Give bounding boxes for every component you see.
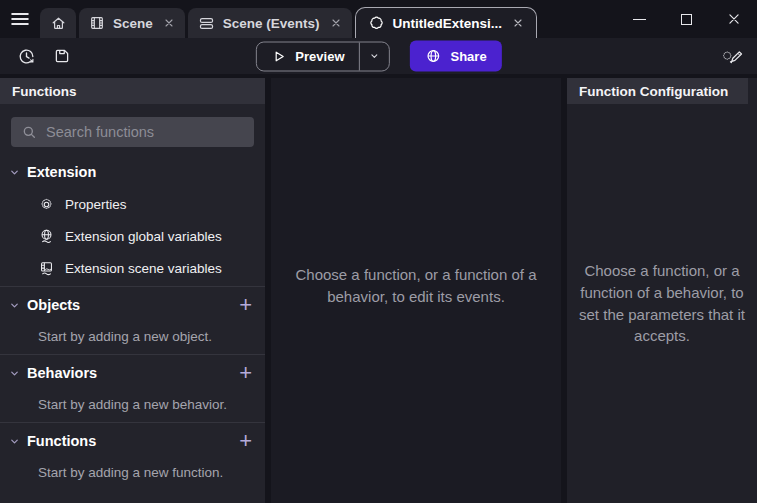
chevron-down-icon[interactable] bbox=[9, 300, 20, 311]
minimize-button[interactable] bbox=[616, 0, 663, 38]
function-configuration-body: Choose a function, or a function of a be… bbox=[567, 104, 757, 503]
extension-icon bbox=[368, 15, 385, 32]
section-label: Objects bbox=[27, 297, 80, 313]
tab-label: Scene bbox=[113, 16, 153, 31]
tab-label: UntitledExtensi... bbox=[393, 16, 503, 31]
search-icon bbox=[21, 124, 37, 140]
function-configuration-title: Function Configuration bbox=[579, 84, 728, 99]
hamburger-menu-icon bbox=[9, 8, 31, 30]
preview-label: Preview bbox=[295, 49, 344, 64]
toolbar: Preview Share bbox=[0, 38, 757, 76]
functions-panel: Functions Extension bbox=[0, 78, 265, 503]
tree-item-label: Extension scene variables bbox=[65, 261, 222, 276]
hint-text: Start by adding a new object. bbox=[38, 329, 212, 344]
chevron-down-icon[interactable] bbox=[9, 368, 20, 379]
events-editor-empty-message: Choose a function, or a function of a be… bbox=[271, 264, 561, 308]
tab-bar: Scene Scene (Events) UntitledExtensi... bbox=[40, 0, 537, 38]
history-icon bbox=[17, 47, 36, 66]
toolbar-left bbox=[12, 42, 76, 70]
preview-button[interactable]: Preview bbox=[255, 41, 389, 71]
tree-item-properties[interactable]: Properties bbox=[0, 188, 265, 220]
window-controls bbox=[616, 0, 757, 38]
history-button[interactable] bbox=[12, 42, 40, 70]
functions-tree: Extension Properties Extension global va… bbox=[0, 156, 265, 488]
save-button[interactable] bbox=[48, 42, 76, 70]
maximize-button[interactable] bbox=[663, 0, 710, 38]
tab-close-icon[interactable] bbox=[330, 17, 342, 29]
toolbar-right bbox=[719, 42, 747, 70]
objects-empty-hint: Start by adding a new object. bbox=[0, 321, 265, 352]
tree-item-label: Extension global variables bbox=[65, 229, 222, 244]
section-functions[interactable]: Functions + bbox=[0, 425, 265, 457]
function-configuration-header: Function Configuration bbox=[567, 78, 748, 104]
tree-item-scene-variables[interactable]: Extension scene variables bbox=[0, 252, 265, 284]
share-button[interactable]: Share bbox=[410, 41, 502, 72]
tab-scene[interactable]: Scene bbox=[79, 8, 185, 38]
tree-item-global-variables[interactable]: Extension global variables bbox=[0, 220, 265, 252]
hint-text: Start by adding a new function. bbox=[38, 465, 223, 480]
section-label: Functions bbox=[27, 433, 96, 449]
events-editor-panel: Choose a function, or a function of a be… bbox=[271, 78, 561, 503]
section-extension[interactable]: Extension bbox=[0, 156, 265, 188]
section-behaviors[interactable]: Behaviors + bbox=[0, 357, 265, 389]
tab-label: Scene (Events) bbox=[223, 16, 320, 31]
tab-close-icon[interactable] bbox=[512, 17, 524, 29]
add-object-button[interactable]: + bbox=[239, 295, 252, 315]
share-label: Share bbox=[451, 49, 487, 64]
chevron-down-icon[interactable] bbox=[9, 436, 20, 447]
save-icon bbox=[53, 47, 71, 65]
preview-dropdown-button[interactable] bbox=[359, 42, 389, 70]
tab-home[interactable] bbox=[40, 8, 76, 38]
globe-variables-icon bbox=[38, 228, 55, 245]
titlebar: Scene Scene (Events) UntitledExtensi... bbox=[0, 0, 757, 38]
search-input[interactable] bbox=[46, 124, 244, 140]
app-window: Scene Scene (Events) UntitledExtensi... bbox=[0, 0, 757, 503]
film-icon bbox=[89, 15, 105, 31]
events-sheet-icon bbox=[198, 15, 215, 32]
functions-panel-title: Functions bbox=[12, 84, 77, 99]
tree-item-label: Properties bbox=[65, 197, 127, 212]
close-button[interactable] bbox=[710, 0, 757, 38]
toolbar-center: Preview Share bbox=[255, 41, 501, 72]
gear-icon bbox=[38, 196, 55, 213]
edit-extension-icon bbox=[723, 46, 743, 66]
behaviors-empty-hint: Start by adding a new behavior. bbox=[0, 389, 265, 420]
tab-scene-events[interactable]: Scene (Events) bbox=[188, 8, 352, 38]
scene-variables-icon bbox=[38, 260, 55, 277]
chevron-down-icon[interactable] bbox=[9, 167, 20, 178]
functions-panel-header: Functions bbox=[0, 78, 265, 104]
add-function-button[interactable]: + bbox=[239, 431, 252, 451]
tab-close-icon[interactable] bbox=[163, 17, 175, 29]
section-label: Extension bbox=[27, 164, 96, 180]
hint-text: Start by adding a new behavior. bbox=[38, 397, 227, 412]
hamburger-menu-button[interactable] bbox=[0, 0, 40, 38]
close-icon bbox=[727, 12, 741, 26]
preview-button-main[interactable]: Preview bbox=[256, 42, 358, 70]
function-configuration-panel: Function Configuration Choose a function… bbox=[567, 78, 757, 503]
play-icon bbox=[270, 48, 286, 64]
section-objects[interactable]: Objects + bbox=[0, 289, 265, 321]
chevron-down-icon bbox=[368, 50, 381, 63]
functions-empty-hint: Start by adding a new function. bbox=[0, 457, 265, 488]
tab-untitled-extension[interactable]: UntitledExtensi... bbox=[355, 7, 538, 38]
home-icon bbox=[50, 15, 67, 32]
maximize-icon bbox=[681, 14, 692, 25]
globe-icon bbox=[425, 48, 442, 65]
main-area: Functions Extension bbox=[0, 76, 757, 503]
minimize-icon bbox=[633, 19, 646, 20]
edit-extension-button[interactable] bbox=[719, 42, 747, 70]
function-configuration-empty-message: Choose a function, or a function of a be… bbox=[576, 260, 748, 347]
add-behavior-button[interactable]: + bbox=[239, 363, 252, 383]
search-box[interactable] bbox=[11, 117, 254, 147]
section-label: Behaviors bbox=[27, 365, 97, 381]
